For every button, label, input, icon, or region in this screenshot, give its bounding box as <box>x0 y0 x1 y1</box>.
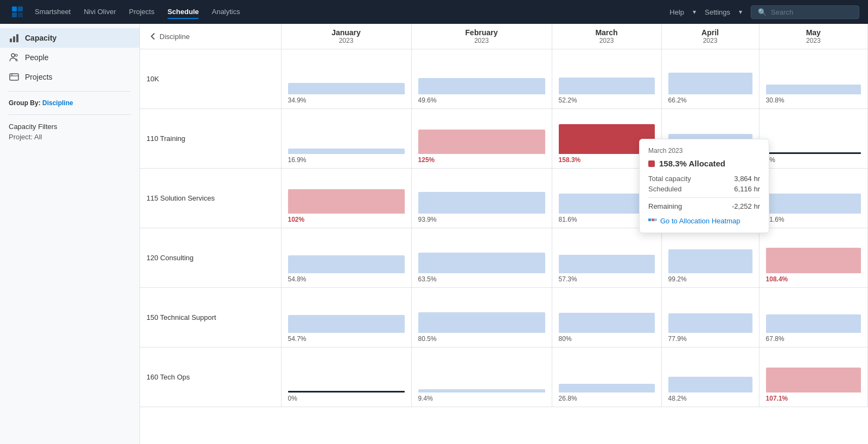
people-icon <box>9 52 20 63</box>
capacity-bar <box>288 189 405 214</box>
data-cell[interactable]: 77.9% <box>661 288 759 348</box>
sidebar-item-capacity[interactable]: Capacity <box>0 28 139 48</box>
pct-label: 49.6% <box>418 96 437 104</box>
data-cell[interactable]: 26.8% <box>552 348 661 407</box>
table-row: 160 Tech Ops0%9.4%26.8%48.2%107.1% <box>140 348 868 407</box>
row-discipline: 115 Solution Services <box>140 169 281 228</box>
capacity-bar <box>559 384 655 392</box>
pct-label: 158.3% <box>559 156 581 164</box>
row-discipline: 120 Consulting <box>140 228 281 288</box>
capacity-bar <box>418 192 545 214</box>
pct-label: 16.9% <box>288 156 307 164</box>
pct-label: 107.1% <box>766 395 788 402</box>
data-cell[interactable]: 108.4% <box>759 228 867 288</box>
sidebar-item-projects[interactable]: Projects <box>0 67 139 87</box>
capacity-bar <box>288 149 405 154</box>
data-cell[interactable]: 80% <box>552 288 661 348</box>
svg-rect-6 <box>16 34 18 42</box>
tooltip-remaining-label: Remaining <box>648 202 682 210</box>
data-cell[interactable]: 66.2% <box>661 49 759 109</box>
search-box[interactable]: 🔍 Search <box>751 5 859 19</box>
sidebar-divider <box>9 91 131 92</box>
nav-user[interactable]: Nivi Oliver <box>84 5 116 19</box>
capacity-bar <box>766 368 861 392</box>
pct-label: 102% <box>288 216 305 223</box>
col-jan: January 2023 <box>281 24 411 49</box>
capacity-bar <box>418 253 545 273</box>
data-cell[interactable]: 16.9% <box>281 109 411 169</box>
pct-label: 30.8% <box>766 96 784 104</box>
data-cell[interactable]: 81.6% <box>759 169 867 228</box>
tooltip-capacity-row: Total capacity 3,864 hr <box>648 175 760 183</box>
tooltip-box: March 2023 158.3% Allocated Total capaci… <box>639 139 769 233</box>
jan-month: January <box>288 28 405 37</box>
tooltip-month: March 2023 <box>648 147 760 155</box>
nav-schedule[interactable]: Schedule <box>168 5 199 19</box>
data-cell[interactable]: 57.3% <box>552 228 661 288</box>
svg-rect-9 <box>10 74 18 80</box>
svg-rect-0 <box>12 7 17 11</box>
data-cell[interactable]: 99.2% <box>661 228 759 288</box>
apr-year: 2023 <box>668 37 752 44</box>
pct-label: 9.4% <box>418 395 433 402</box>
data-cell[interactable]: 48.2% <box>661 348 759 407</box>
pct-label: 99.2% <box>668 275 687 283</box>
data-cell[interactable]: 49.6% <box>411 49 552 109</box>
settings-link[interactable]: Settings <box>705 8 730 16</box>
nav-smartsheet[interactable]: Smartsheet <box>35 5 71 19</box>
data-cell[interactable]: 54.7% <box>281 288 411 348</box>
sidebar-divider-2 <box>9 114 131 115</box>
tooltip-scheduled-row: Scheduled 6,116 hr <box>648 185 760 193</box>
nav-analytics[interactable]: Analytics <box>212 5 240 19</box>
capacity-bar <box>418 312 545 333</box>
bar-line <box>288 391 405 392</box>
tooltip-link[interactable]: Go to Allocation Heatmap <box>648 217 760 225</box>
row-discipline: 150 Technical Support <box>140 288 281 348</box>
data-cell[interactable]: 107.1% <box>759 348 867 407</box>
help-link[interactable]: Help <box>669 8 684 16</box>
data-cell[interactable]: 9.4% <box>411 348 552 407</box>
heatmap-icon <box>648 218 657 224</box>
data-cell[interactable]: 63.5% <box>411 228 552 288</box>
col-feb: February 2023 <box>411 24 552 49</box>
col-may: May 2023 <box>759 24 867 49</box>
table-row: 150 Technical Support54.7%80.5%80%77.9%6… <box>140 288 868 348</box>
pct-label: 81.6% <box>559 216 577 223</box>
data-cell[interactable]: 34.9% <box>281 49 411 109</box>
capacity-bar <box>288 255 405 273</box>
capacity-bar <box>668 377 752 392</box>
data-cell[interactable]: 67.8% <box>759 288 867 348</box>
data-cell[interactable]: 54.8% <box>281 228 411 288</box>
tooltip-scheduled-label: Scheduled <box>648 185 681 193</box>
tooltip-link-text[interactable]: Go to Allocation Heatmap <box>660 217 740 225</box>
sidebar-item-people[interactable]: People <box>0 48 139 67</box>
capacity-bar <box>668 73 752 94</box>
search-placeholder: Search <box>771 8 793 16</box>
nav-projects[interactable]: Projects <box>129 5 155 19</box>
capacity-bar <box>559 78 655 94</box>
discipline-header-text: Discipline <box>159 33 190 41</box>
capacity-bar <box>418 130 545 154</box>
col-mar: March 2023 <box>552 24 661 49</box>
svg-point-7 <box>11 54 15 57</box>
pct-label: 54.8% <box>288 275 307 283</box>
capacity-bar <box>559 255 655 273</box>
pct-label: 63.5% <box>418 275 437 283</box>
data-cell[interactable]: 0% <box>281 348 411 407</box>
svg-rect-13 <box>652 218 654 221</box>
top-navigation: Smartsheet Nivi Oliver Projects Schedule… <box>0 0 868 24</box>
data-cell[interactable]: 93.9% <box>411 169 552 228</box>
bar-line <box>766 152 861 154</box>
capacity-bar <box>288 315 405 333</box>
data-cell[interactable]: 30.8% <box>759 49 867 109</box>
table-header: Discipline January 2023 February 2023 Ma… <box>140 24 868 49</box>
data-cell[interactable]: 125% <box>411 109 552 169</box>
data-cell[interactable]: 102% <box>281 169 411 228</box>
data-cell[interactable]: 80.5% <box>411 288 552 348</box>
svg-rect-12 <box>648 218 651 221</box>
data-cell[interactable]: 0% <box>759 109 867 169</box>
tooltip-divider <box>648 197 760 198</box>
back-button[interactable]: Discipline <box>149 32 275 41</box>
project-label: Project: All <box>0 132 139 144</box>
data-cell[interactable]: 52.2% <box>552 49 661 109</box>
